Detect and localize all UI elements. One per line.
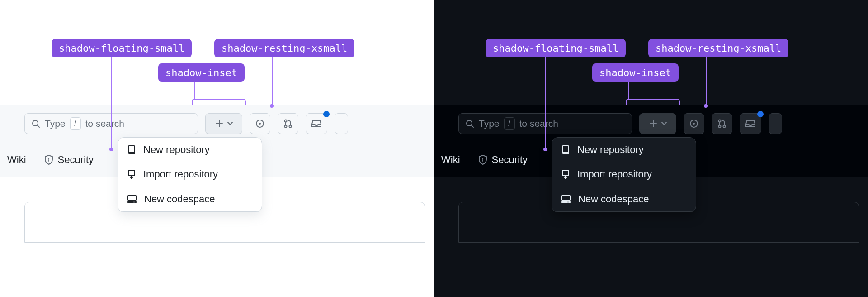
git-pull-request-icon [283,119,292,128]
inbox-icon [745,119,755,128]
inbox-button[interactable] [306,113,327,134]
create-new-menu: New repository Import repository New cod… [118,137,262,212]
plus-icon [649,119,658,128]
repo-push-icon [561,169,570,179]
issues-button[interactable] [250,113,270,134]
annotation-label: shadow-inset [599,67,671,78]
overflow-button-clipped[interactable] [335,113,348,134]
caret-down-icon [661,122,667,125]
menu-item-new-codespace[interactable]: New codespace [118,187,262,211]
light-theme-panel: shadow-floating-small shadow-inset shado… [0,0,434,297]
plus-icon [215,119,224,128]
menu-separator [118,211,262,212]
menu-item-label: New repository [143,144,210,156]
tab-security[interactable]: Security [40,150,98,169]
tab-label: Wiki [7,154,26,166]
repo-push-icon [127,169,136,179]
annotation-label: shadow-resting-xsmall [656,43,781,54]
inbox-button[interactable] [740,113,761,134]
pull-requests-button[interactable] [278,113,298,134]
svg-rect-13 [135,201,136,203]
svg-line-15 [472,125,473,127]
header-toolbar: Type / to search [434,105,868,142]
svg-point-23 [482,158,483,158]
tab-security[interactable]: Security [474,150,532,169]
search-prefix-text: Type [479,118,500,129]
svg-point-19 [693,123,695,125]
svg-rect-12 [128,201,133,203]
menu-item-new-repository[interactable]: New repository [118,138,262,162]
shield-icon [478,155,487,165]
notification-dot [323,111,330,117]
annotation-line [545,57,546,148]
git-pull-request-icon [717,119,726,128]
annotation-label: shadow-inset [165,67,237,78]
issue-opened-icon [689,119,698,128]
create-new-button[interactable] [205,113,242,134]
menu-item-import-repository[interactable]: Import repository [118,162,262,187]
tab-label: Wiki [441,154,460,166]
search-prefix-text: Type [45,118,66,129]
annotation-bracket [192,99,246,105]
issues-button[interactable] [684,113,704,134]
annotation-shadow-floating-small: shadow-floating-small [486,39,626,57]
issue-opened-icon [255,119,264,128]
svg-rect-27 [569,201,570,203]
menu-item-label: New codespace [144,193,215,205]
annotation-label: shadow-resting-xsmall [222,43,347,54]
codespaces-icon [127,195,137,204]
annotation-bracket [626,99,680,105]
menu-item-import-repository[interactable]: Import repository [552,162,696,187]
search-key-hint: / [504,117,515,130]
svg-rect-10 [48,159,49,162]
menu-item-label: New repository [577,144,644,156]
menu-item-new-codespace[interactable]: New codespace [552,187,696,211]
tab-label: Security [58,154,94,166]
shield-icon [44,155,53,165]
search-icon [465,119,474,128]
svg-point-14 [467,120,472,126]
menu-separator [552,211,696,212]
overflow-button-clipped[interactable] [769,113,782,134]
menu-item-label: Import repository [577,168,652,180]
menu-item-new-repository[interactable]: New repository [552,138,696,162]
caret-down-icon [227,122,233,125]
svg-rect-24 [482,159,483,162]
annotation-shadow-resting-xsmall: shadow-resting-xsmall [648,39,788,57]
annotation-endpoint-dot [270,104,274,108]
notification-dot [757,111,764,117]
annotation-line [706,57,707,105]
menu-item-label: Import repository [143,168,218,180]
dark-theme-panel: shadow-floating-small shadow-inset shado… [434,0,868,297]
inbox-icon [311,119,321,128]
pull-requests-button[interactable] [712,113,732,134]
menu-item-label: New codespace [578,193,649,205]
search-key-hint: / [70,117,81,130]
search-icon [31,119,40,128]
svg-line-1 [38,125,39,127]
annotation-line [272,57,273,105]
header-toolbar: Type / to search [0,105,434,142]
annotation-label: shadow-floating-small [59,43,184,54]
annotation-line [111,57,112,148]
annotation-label: shadow-floating-small [493,43,618,54]
create-new-button[interactable] [639,113,676,134]
annotation-endpoint-dot [704,104,708,108]
annotation-shadow-inset: shadow-inset [158,63,245,82]
repo-icon [561,145,570,155]
tab-wiki[interactable]: Wiki [437,150,465,169]
repo-icon [127,145,136,155]
annotation-shadow-inset: shadow-inset [592,63,679,82]
tab-wiki[interactable]: Wiki [3,150,31,169]
search-suffix-text: to search [85,118,124,129]
create-new-menu: New repository Import repository New cod… [552,137,696,212]
annotation-line [628,81,629,100]
svg-rect-25 [562,196,570,200]
annotation-endpoint-dot [543,148,547,151]
svg-point-5 [259,123,261,125]
annotation-shadow-resting-xsmall: shadow-resting-xsmall [214,39,354,57]
annotation-endpoint-dot [109,148,113,151]
svg-rect-11 [128,196,136,200]
annotation-shadow-floating-small: shadow-floating-small [52,39,192,57]
search-suffix-text: to search [519,118,558,129]
